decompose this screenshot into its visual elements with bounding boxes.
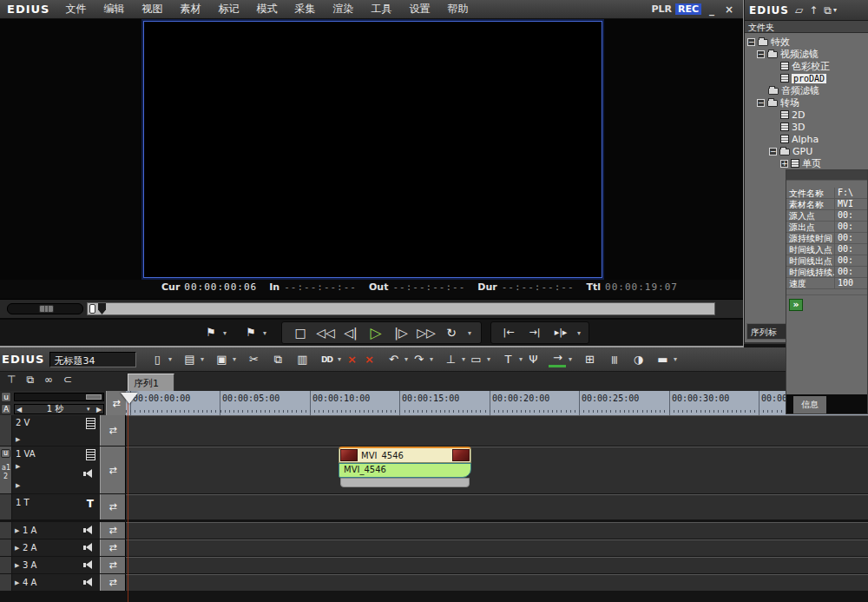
tree-item-single-page[interactable]: + 单页 [745, 157, 868, 169]
menu-clip[interactable]: 素材 [171, 2, 209, 17]
time-ruler[interactable]: 00:00:00:00 00:00:05:00 00:00:10:00 00:0… [126, 391, 868, 415]
speaker-icon[interactable] [83, 578, 95, 587]
duplicate-caret-icon[interactable]: ▾ [833, 6, 837, 14]
shuttle-slider[interactable] [7, 303, 83, 314]
add-cut-point-button[interactable]: ⊥ [442, 351, 459, 368]
rewind-button[interactable]: ◁◁ [314, 323, 337, 342]
plr-mode-button[interactable]: PLR [651, 3, 672, 15]
next-frame-button[interactable]: |▷ [390, 323, 412, 342]
track-1a-content[interactable] [126, 522, 868, 539]
clip-audio-mvi-4546[interactable]: MVI_4546 [339, 463, 471, 478]
timeline-h-scrollbar-handle[interactable] [86, 394, 102, 400]
zoom-caret-icon[interactable]: ▾ [87, 406, 95, 413]
title-button[interactable]: T [499, 351, 516, 368]
track-header-2v[interactable]: 2 V ▶ [12, 415, 100, 446]
collapse-icon[interactable]: − [757, 99, 765, 107]
track-1va-content[interactable] [126, 447, 868, 493]
track-1a-fx-cell[interactable]: ⇄ [100, 522, 126, 539]
prev-frame-button[interactable]: ◁| [339, 323, 362, 342]
goto-out-button[interactable]: →| [523, 323, 547, 342]
set-in-caret-icon[interactable]: ▾ [220, 329, 229, 337]
tree-item-alpha[interactable]: Alpha [745, 133, 868, 145]
menu-mode[interactable]: 模式 [247, 2, 286, 17]
zoom-right-icon[interactable]: ▶ [95, 406, 103, 413]
tree-item-transitions[interactable]: − 转场 [745, 96, 868, 109]
ffwd-button[interactable]: ▷▷ [415, 323, 437, 342]
track-2v-content[interactable] [126, 415, 868, 446]
close-button[interactable]: × [722, 3, 736, 16]
add-to-bin-button[interactable]: DD [318, 351, 335, 368]
tab-sequence-1[interactable]: 序列1 [128, 374, 174, 391]
export-caret-icon[interactable]: ▾ [566, 355, 574, 363]
save-project-button[interactable]: ▣ [213, 351, 230, 368]
copy-button[interactable]: ⧉ [269, 351, 286, 368]
set-out-button[interactable]: ⚑ [241, 323, 260, 342]
expander-icon[interactable]: ▶ [16, 436, 20, 443]
color-correction-button[interactable]: ◑ [629, 351, 647, 368]
track-header-2a[interactable]: ▶ 2 A [12, 539, 100, 556]
position-pin-icon[interactable] [98, 303, 106, 314]
set-in-button[interactable]: ⚑ [201, 323, 220, 342]
timeline-zoom-control[interactable]: ◀ 1 秒 ▾ ▶ [14, 404, 104, 414]
open-project-button[interactable]: ▤ [181, 351, 198, 368]
audio-mixer-button[interactable]: ||| [605, 351, 622, 368]
position-marker[interactable] [89, 304, 95, 314]
speaker-icon[interactable] [83, 560, 95, 570]
ripple-mode-icon[interactable]: ∞ [44, 374, 53, 391]
cut-button[interactable]: ✂ [245, 351, 262, 368]
snap-mode-icon[interactable]: ⊂ [63, 374, 72, 391]
undo-caret-icon[interactable]: ▾ [402, 355, 410, 363]
play-around-cursor-button[interactable]: ▸|▸ [549, 323, 573, 342]
track-1va-u-button[interactable]: u [1, 449, 10, 458]
minimize-button[interactable]: _ [705, 3, 719, 16]
track-3a-content[interactable] [126, 557, 868, 573]
expander-icon[interactable]: ▶ [15, 562, 19, 569]
layout-caret-icon[interactable]: ▾ [671, 355, 679, 363]
insert-overwrite-mode-icon[interactable]: ⊤ [7, 374, 16, 391]
delete-parts-button[interactable]: × [343, 351, 360, 368]
collapse-icon[interactable]: − [769, 148, 777, 155]
clip-audio-rubber-band[interactable] [340, 478, 470, 487]
expand-icon[interactable]: + [780, 160, 788, 168]
track-header-3a[interactable]: ▶ 3 A [12, 557, 100, 573]
capture-button[interactable]: ⊞ [581, 351, 598, 368]
audio-expand-button[interactable]: A [1, 404, 11, 414]
track-2a-content[interactable] [126, 539, 868, 556]
track-4a-fx-cell[interactable]: ⇄ [100, 574, 126, 591]
layout-button[interactable]: ▬ [654, 351, 671, 368]
menu-view[interactable]: 视图 [133, 2, 171, 17]
menu-capture[interactable]: 采集 [286, 2, 324, 17]
speaker-icon[interactable] [83, 469, 95, 479]
undo-button[interactable]: ↶ [385, 351, 402, 368]
track-header-1va[interactable]: 1 VA ▶ ▶ [12, 447, 100, 493]
transition-chevrons-icon[interactable]: » [789, 299, 803, 311]
export-button[interactable]: → [549, 351, 566, 367]
goto-in-button[interactable]: |← [496, 323, 521, 342]
redo-caret-icon[interactable]: ▾ [427, 355, 435, 363]
track-header-1a[interactable]: ▶ 1 A [12, 522, 100, 539]
menu-file[interactable]: 文件 [56, 2, 95, 17]
tree-item-video-filters[interactable]: − 视频滤镜 [745, 48, 868, 60]
speaker-icon[interactable] [83, 543, 95, 552]
timeline-h-scrollbar[interactable] [14, 393, 104, 401]
project-title-box[interactable]: 无标题34 [49, 352, 136, 367]
speaker-icon[interactable] [83, 526, 95, 535]
new-sequence-caret-icon[interactable]: ▾ [166, 355, 174, 363]
tree-item-audio-filters[interactable]: 音频滤镜 [745, 84, 868, 96]
trim-caret-icon[interactable]: ▾ [575, 329, 583, 337]
track-2a-fx-cell[interactable]: ⇄ [100, 539, 126, 556]
track-1t-content[interactable] [126, 494, 868, 519]
rec-mode-button[interactable]: REC [675, 3, 701, 15]
menu-render[interactable]: 渲染 [324, 2, 362, 17]
add-cut-point-caret-icon[interactable]: ▾ [459, 355, 467, 363]
expander-icon[interactable]: ▶ [15, 579, 19, 586]
video-expand-button[interactable]: u [1, 392, 11, 402]
collapse-icon[interactable]: − [747, 38, 755, 46]
track-3a-fx-cell[interactable]: ⇄ [100, 557, 126, 573]
link-mode-icon[interactable]: ⧉ [26, 374, 34, 391]
title-caret-icon[interactable]: ▾ [516, 355, 524, 363]
tree-item-effects[interactable]: − 特效 [745, 36, 868, 48]
menu-tools[interactable]: 工具 [362, 2, 400, 17]
shuttle-handle[interactable] [39, 305, 54, 313]
expander-icon[interactable]: ▶ [16, 482, 20, 489]
